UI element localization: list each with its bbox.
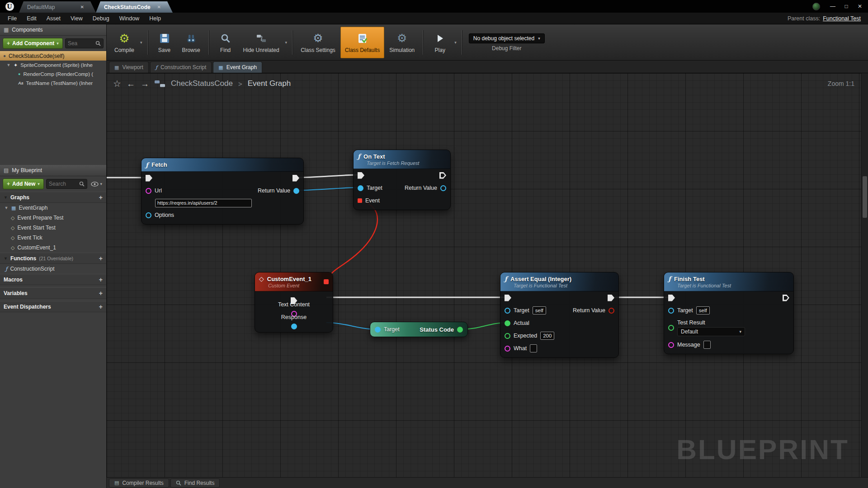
add-function-button[interactable]: + [99,255,103,262]
compile-options-caret[interactable]: ▾ [139,40,143,45]
event-delegate-pin[interactable] [358,198,362,203]
compile-button[interactable]: ⚙ Compile [110,27,138,58]
expected-value-box[interactable]: 200 [540,332,554,340]
menu-edit[interactable]: Edit [22,13,42,24]
response-pin[interactable] [291,324,297,329]
node-finish-test[interactable]: ƒ Finish Test Target is Functional Test … [664,272,794,354]
my-blueprint-search-input[interactable] [49,181,78,187]
breadcrumb-root[interactable]: CheckStatusCode [171,79,233,88]
test-result-dropdown[interactable]: Default ▾ [677,327,745,336]
return-value-pin[interactable] [440,185,446,191]
close-icon[interactable]: ✕ [80,5,84,9]
menu-window[interactable]: Window [114,13,144,24]
message-pin[interactable] [668,342,674,348]
hide-unrelated-button[interactable]: Hide Unrelated [239,27,283,58]
url-pin[interactable] [146,188,151,194]
target-pin[interactable] [358,185,363,191]
component-root-item[interactable]: ● CheckStatusCode(self) [0,51,106,61]
target-pin[interactable] [375,327,381,333]
node-fetch[interactable]: ƒ Fetch Url Return Va [141,158,304,225]
node-status-code[interactable]: Target Status Code [370,322,468,337]
collapse-icon[interactable]: ▼ [4,256,8,261]
exec-in-pin[interactable] [358,172,364,179]
node-on-text[interactable]: ƒ On Text Target is Fetch Request Target [353,150,451,210]
menu-view[interactable]: View [66,13,88,24]
section-macros[interactable]: Macros + [0,274,106,285]
expected-pin[interactable] [505,333,510,339]
section-event-dispatchers[interactable]: Event Dispatchers + [0,301,106,312]
compiler-results-tab[interactable]: ▤ Compiler Results [109,479,169,488]
minimize-button[interactable]: — [826,1,839,11]
target-value-box[interactable]: self [533,306,546,314]
add-dispatcher-button[interactable]: + [99,303,103,310]
event-start-test-item[interactable]: ◇ Event Start Test [0,223,106,233]
section-variables[interactable]: Variables + [0,287,106,299]
exec-out-pin[interactable] [292,175,299,182]
exec-out-pin[interactable] [439,172,446,179]
wire-delegate-event-customevent[interactable] [328,200,377,281]
exec-in-pin[interactable] [505,295,511,301]
debug-object-select[interactable]: No debug object selected ▾ [469,33,545,43]
exec-in-pin[interactable] [146,175,152,182]
wire-exec-fetch-ontext[interactable] [297,175,360,178]
exec-in-pin[interactable] [668,295,675,301]
wire-object-fetch-ontext[interactable] [297,188,360,190]
event-prepare-test-item[interactable]: ◇ Event Prepare Test [0,213,106,223]
play-button[interactable]: Play [427,27,453,58]
expander-icon[interactable]: ▼ [4,206,9,210]
add-variable-button[interactable]: + [99,290,103,297]
save-button[interactable]: Save [152,27,177,58]
scrollbar-thumb[interactable] [863,176,867,218]
menu-help[interactable]: Help [144,13,166,24]
maximize-button[interactable]: □ [840,1,853,11]
add-graph-button[interactable]: + [99,194,103,201]
eventgraph-item[interactable]: ▼ ▦ EventGraph [0,203,106,213]
parent-class-link[interactable]: Functional Test [823,15,861,22]
status-code-out-pin[interactable] [457,327,463,333]
components-panel-header[interactable]: ▦ Components [0,24,106,36]
target-value-box[interactable]: self [696,306,710,314]
tab-event-graph[interactable]: ▦ Event Graph [213,61,262,73]
browse-button[interactable]: Browse [178,27,204,58]
construction-script-item[interactable]: ƒ ConstructionScript [0,264,106,274]
visibility-filter-button[interactable]: ▾ [90,182,104,187]
play-options-caret[interactable]: ▾ [453,40,458,45]
section-functions[interactable]: ▼ Functions (21 Overridable) + [0,253,106,264]
collapse-icon[interactable]: ▼ [4,195,8,200]
add-new-button[interactable]: + Add New ▾ [3,178,44,189]
components-search-input[interactable] [68,40,94,47]
test-result-pin[interactable] [668,325,674,331]
class-settings-button[interactable]: ⚙ Class Settings [297,27,340,58]
url-value-field[interactable] [155,199,252,207]
close-icon[interactable]: ✕ [157,5,161,9]
add-component-button[interactable]: + Add Component ▾ [3,38,63,49]
tab-construction-script[interactable]: ƒ Construction Script [150,61,212,73]
class-defaults-button[interactable]: Class Defaults [340,27,384,58]
node-custom-event[interactable]: ◇ CustomEvent_1 Custom Event Text Conten… [255,272,333,333]
simulation-button[interactable]: ⚙ Simulation [385,27,419,58]
exec-out-pin[interactable] [608,295,614,301]
hide-unrelated-caret[interactable]: ▾ [284,40,288,45]
section-graphs[interactable]: ▼ Graphs + [0,192,106,203]
exec-out-pin[interactable] [783,295,789,301]
custom-event-item[interactable]: ◇ CustomEvent_1 [0,243,106,253]
doc-tab-defaultmap[interactable]: DefaultMap ✕ [19,1,96,13]
forward-arrow-icon[interactable]: → [141,80,149,88]
find-button[interactable]: Find [213,27,238,58]
options-pin[interactable] [146,212,151,218]
component-item-sprite[interactable]: ▼ ✦ SpriteComponent (Sprite) (Inhe [0,61,106,70]
node-assert-equal[interactable]: ƒ Assert Equal (Integer) Target is Funct… [500,272,619,358]
back-arrow-icon[interactable]: → [127,80,135,88]
return-value-pin[interactable] [609,308,614,314]
delegate-out-pin[interactable] [324,279,329,284]
target-pin[interactable] [505,308,510,314]
actual-pin[interactable] [505,320,510,326]
add-macro-button[interactable]: + [99,276,103,283]
graph-canvas[interactable]: ☆ → → CheckStatusCode > Event Graph Zoom… [107,73,868,477]
my-blueprint-panel-header[interactable]: ▤ My Blueprint [0,165,106,176]
return-value-pin[interactable] [293,188,299,194]
components-search[interactable] [65,38,104,48]
menu-file[interactable]: File [3,13,22,24]
favorite-star-icon[interactable]: ☆ [113,78,121,89]
target-pin[interactable] [668,308,674,314]
